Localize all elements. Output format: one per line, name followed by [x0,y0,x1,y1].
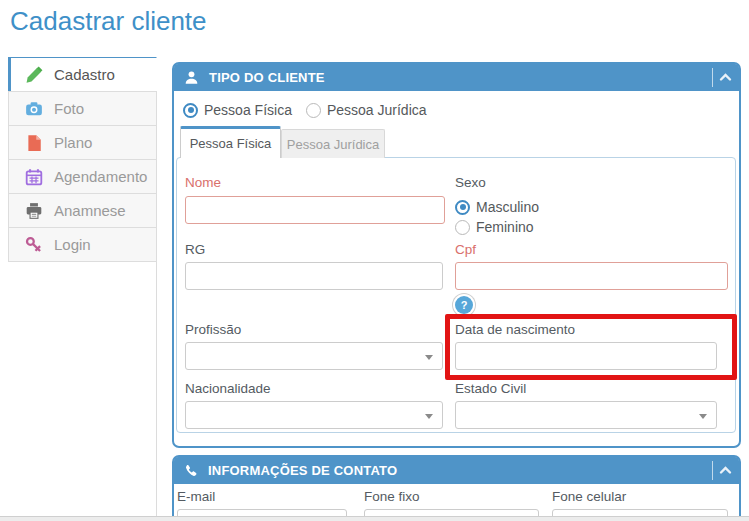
nacionalidade-label: Nacionalidade [185,381,271,396]
contact-panel-title: INFORMAÇÕES DE CONTATO [208,463,397,478]
rg-input[interactable] [185,262,443,290]
radio-label: Feminino [476,219,534,235]
radio-unselected-icon [306,103,321,118]
chevron-up-icon[interactable] [719,464,732,477]
chevron-up-icon[interactable] [719,71,732,84]
header-divider [712,461,713,480]
radio-label: Pessoa Física [204,102,292,118]
sidebar-item-label: Foto [54,100,84,117]
cadastrar-cliente-page: Cadastrar cliente Cadastro Foto Plano Ag… [0,0,749,521]
radio-label: Masculino [476,199,539,215]
fone-fixo-label: Fone fixo [364,489,420,504]
file-icon [25,134,43,152]
client-type-panel-header: TIPO DO CLIENTE [174,64,739,91]
data-nascimento-label: Data de nascimento [455,322,575,337]
cpf-input[interactable] [455,262,728,290]
sidebar-item-label: Plano [54,134,92,151]
sidebar-item-anamnese[interactable]: Anamnese [8,193,157,228]
sidebar-item-label: Cadastro [54,66,115,83]
radio-selected-icon [455,200,470,215]
radio-pessoa-fisica[interactable]: Pessoa Física [183,102,292,118]
email-label: E-mail [177,489,215,504]
page-title: Cadastrar cliente [10,6,207,37]
tab-pessoa-fisica[interactable]: Pessoa Física [180,126,281,158]
client-type-radio-group: Pessoa Física Pessoa Jurídica [183,102,427,118]
radio-pessoa-juridica[interactable]: Pessoa Jurídica [306,102,427,118]
printer-icon [25,202,43,220]
profissao-label: Profissão [185,322,241,337]
pencil-icon [25,66,43,84]
camera-icon [25,100,43,118]
sidebar-item-cadastro[interactable]: Cadastro [8,57,157,92]
nome-label: Nome [185,175,221,190]
calendar-icon [25,168,43,186]
radio-feminino[interactable]: Feminino [455,219,539,235]
sidebar-item-label: Agendamento [54,168,147,185]
header-divider [712,68,713,87]
data-nascimento-input[interactable] [455,342,717,370]
contact-panel-header: INFORMAÇÕES DE CONTATO [174,457,739,484]
cpf-label: Cpf [455,242,476,257]
profissao-select[interactable] [185,342,443,370]
sidebar-item-login[interactable]: Login [8,227,157,262]
tab-pessoa-juridica[interactable]: Pessoa Jurídica [281,129,385,158]
radio-unselected-icon [455,220,470,235]
sidebar-item-label: Anamnese [54,202,126,219]
sexo-label: Sexo [455,175,486,190]
nome-input[interactable] [185,196,445,224]
sidebar-item-foto[interactable]: Foto [8,91,157,126]
key-icon [25,236,43,254]
estado-civil-select[interactable] [455,401,717,429]
sidebar-item-agendamento[interactable]: Agendamento [8,159,157,194]
phone-icon [184,464,198,478]
fone-celular-label: Fone celular [552,489,626,504]
estado-civil-label: Estado Civil [455,381,526,396]
sidebar-item-label: Login [54,236,91,253]
help-icon[interactable]: ? [455,296,473,314]
radio-masculino[interactable]: Masculino [455,199,539,215]
person-icon [184,70,199,85]
sidebar-item-plano[interactable]: Plano [8,125,157,160]
rg-label: RG [185,242,205,257]
radio-label: Pessoa Jurídica [327,102,427,118]
sexo-radio-group: Masculino Feminino [455,199,539,235]
client-type-panel-title: TIPO DO CLIENTE [209,70,325,85]
radio-selected-icon [183,103,198,118]
bottom-edge-strip [0,516,749,521]
nacionalidade-select[interactable] [185,401,443,429]
